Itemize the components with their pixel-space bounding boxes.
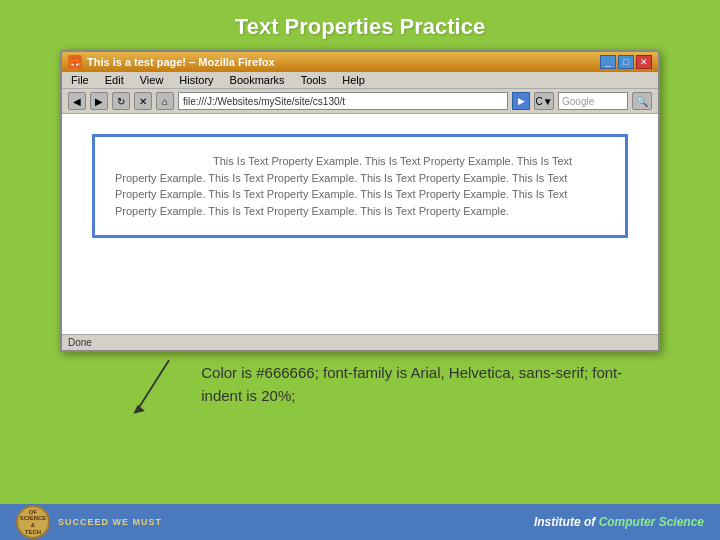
- stop-button[interactable]: ✕: [134, 92, 152, 110]
- menu-help[interactable]: Help: [339, 74, 368, 86]
- maximize-button[interactable]: □: [618, 55, 634, 69]
- menu-history[interactable]: History: [176, 74, 216, 86]
- browser-statusbar: Done: [62, 334, 658, 350]
- bottom-bar: OF SCIENCE&TECH SUCCEED WE MUST Institut…: [0, 504, 720, 540]
- ics-text: Computer Science: [599, 515, 704, 529]
- university-logo: OF SCIENCE&TECH: [16, 505, 50, 539]
- search-text: Google: [562, 96, 594, 107]
- page-title: Text Properties Practice: [0, 0, 720, 50]
- bottom-logo-left: OF SCIENCE&TECH SUCCEED WE MUST: [16, 505, 162, 539]
- minimize-button[interactable]: _: [600, 55, 616, 69]
- close-button[interactable]: ✕: [636, 55, 652, 69]
- browser-title: This is a test page! – Mozilla Firefox: [87, 56, 595, 68]
- tagline: SUCCEED WE MUST: [58, 517, 162, 527]
- menu-file[interactable]: File: [68, 74, 92, 86]
- refresh-btn[interactable]: C▼: [534, 92, 554, 110]
- address-text: file:///J:/Websites/mySite/site/cs130/t: [183, 96, 345, 107]
- svg-line-0: [138, 360, 169, 409]
- demo-paragraph: This Is Text Property Example. This Is T…: [115, 153, 605, 219]
- svg-marker-1: [133, 405, 145, 414]
- demo-content-box: This Is Text Property Example. This Is T…: [92, 134, 628, 238]
- institute-name: Institute of Computer Science: [534, 515, 704, 529]
- back-button[interactable]: ◀: [68, 92, 86, 110]
- main-content: 🦊 This is a test page! – Mozilla Firefox…: [0, 50, 720, 422]
- menu-bookmarks[interactable]: Bookmarks: [227, 74, 288, 86]
- menu-tools[interactable]: Tools: [298, 74, 330, 86]
- home-button[interactable]: ⌂: [156, 92, 174, 110]
- browser-content: This Is Text Property Example. This Is T…: [62, 114, 658, 334]
- menubar: File Edit View History Bookmarks Tools H…: [62, 72, 658, 89]
- menu-view[interactable]: View: [137, 74, 167, 86]
- search-box[interactable]: Google: [558, 92, 628, 110]
- caption-area: Color is #666666; font-family is Arial, …: [60, 352, 660, 422]
- browser-toolbar: ◀ ▶ ↻ ✕ ⌂ file:///J:/Websites/mySite/sit…: [62, 89, 658, 114]
- browser-window: 🦊 This is a test page! – Mozilla Firefox…: [60, 50, 660, 352]
- window-controls: _ □ ✕: [600, 55, 652, 69]
- go-button[interactable]: ▶: [512, 92, 530, 110]
- browser-titlebar: 🦊 This is a test page! – Mozilla Firefox…: [62, 52, 658, 72]
- search-button[interactable]: 🔍: [632, 92, 652, 110]
- page-background: Text Properties Practice 🦊 This is a tes…: [0, 0, 720, 422]
- browser-icon: 🦊: [68, 55, 82, 69]
- arrow-svg: [120, 352, 191, 422]
- status-text: Done: [68, 337, 92, 348]
- caption-text: Color is #666666; font-family is Arial, …: [191, 352, 660, 407]
- forward-button[interactable]: ▶: [90, 92, 108, 110]
- address-bar[interactable]: file:///J:/Websites/mySite/site/cs130/t: [178, 92, 508, 110]
- menu-edit[interactable]: Edit: [102, 74, 127, 86]
- reload-button[interactable]: ↻: [112, 92, 130, 110]
